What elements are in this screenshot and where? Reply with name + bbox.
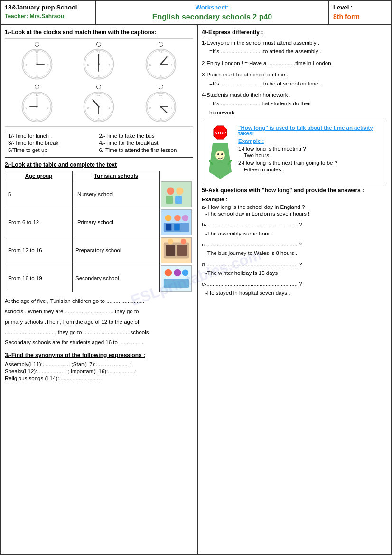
section2-title: 2/-Look at the table and complete the te… [5, 161, 193, 168]
age-5: 5 [5, 180, 73, 208]
svg-text:12: 12 [97, 50, 101, 54]
svg-point-8 [36, 63, 38, 65]
ask-q-c: c-......................................… [202, 240, 387, 249]
svg-text:6: 6 [98, 117, 100, 121]
img-primary [160, 208, 193, 236]
section5: 5/-Ask questions with "how long" and pro… [202, 187, 387, 297]
completion-line1: At the age of five , Tunisian children g… [5, 296, 193, 307]
clock-svg-2: 12 3 6 9 [82, 47, 115, 81]
school-prep: Preparatory school [73, 236, 160, 264]
section3: 3/-Find the synonyms of the following ex… [5, 352, 193, 381]
caption-6: 6/-Time to attend the first lesson [99, 147, 190, 153]
age-12-16: From 12 to 16 [5, 236, 73, 264]
school-nursery: -Nursery school [73, 180, 160, 208]
svg-text:3: 3 [171, 63, 173, 66]
svg-text:6: 6 [36, 75, 38, 78]
completion-line2: schools . When they are ................… [5, 307, 193, 317]
completion-line4: ................................ , they … [5, 328, 193, 338]
age-6-12: From 6 to 12 [5, 208, 73, 236]
express-a1: =It's ............................to att… [209, 47, 387, 56]
completion-line5: Secondary schools are for students aged … [5, 338, 193, 348]
radio-4[interactable] [35, 85, 39, 89]
svg-point-61 [174, 215, 181, 221]
header-right: Level : 8th form [329, 1, 391, 24]
svg-rect-76 [164, 278, 189, 287]
svg-point-56 [176, 187, 184, 195]
stop-sign-icon: STOP [213, 125, 228, 140]
svg-rect-65 [174, 223, 180, 230]
prep-image [161, 237, 192, 263]
svg-text:6: 6 [36, 117, 38, 121]
section4: 4/-Express differently : 1-Everyone in t… [202, 29, 387, 117]
svg-text:STOP: STOP [215, 131, 226, 135]
svg-rect-58 [175, 195, 182, 203]
age-16-19: From 16 to 19 [5, 264, 73, 292]
primary-image [161, 209, 192, 235]
right-column: 4/-Express differently : 1-Everyone in t… [198, 25, 391, 554]
completion-text: At the age of five , Tunisian children g… [5, 296, 193, 348]
express-item-1: 1-Everyone in the school must attend ass… [202, 38, 387, 56]
how-long-a1: -Two hours . [242, 152, 383, 158]
ask-item-d: d-......................................… [202, 260, 387, 278]
express-item-3: 3-Pupils must be at school on time . =It… [202, 70, 387, 88]
svg-text:12: 12 [36, 50, 39, 54]
radio-5[interactable] [96, 85, 101, 89]
completion-line3: primary schools .Then , from the age of … [5, 317, 193, 328]
level-label: Level : [333, 4, 387, 11]
svg-text:9: 9 [26, 106, 28, 109]
svg-point-26 [160, 63, 162, 65]
how-long-box: STOP [202, 121, 387, 183]
clock-3: 12 3 6 9 [131, 41, 191, 82]
how-long-example-label: Example : [238, 138, 383, 144]
express-q4: 4-Students must do their homework . [202, 91, 387, 99]
svg-text:6: 6 [160, 117, 162, 121]
img-nursery [160, 180, 193, 208]
how-long-a2: -Fifteen minutes . [242, 167, 383, 172]
svg-point-35 [36, 106, 38, 108]
section1-title: 1/-Look at the clocks and match them wit… [5, 29, 193, 36]
svg-text:12: 12 [159, 50, 162, 54]
svg-text:12: 12 [36, 93, 39, 96]
svg-text:12: 12 [159, 93, 162, 96]
clock-svg-4: 12 3 6 9 [20, 90, 54, 123]
how-long-title: "How long" is used to talk about the tim… [238, 125, 383, 136]
section5-example-a: -The school day in London is seven hours… [205, 211, 387, 216]
col-img [160, 171, 193, 180]
svg-rect-64 [166, 223, 172, 230]
worksheet-label: Worksheet: [100, 4, 325, 11]
col-age: Age group [5, 171, 73, 180]
express-item-4: 4-Students must do their homework . =It'… [202, 91, 387, 117]
svg-point-81 [217, 153, 219, 155]
svg-text:12: 12 [97, 93, 101, 96]
clock-2: 12 3 6 9 [69, 41, 129, 82]
express-q2: 2-Enjoy London ! = Have a ..............… [202, 59, 387, 67]
clock-svg-1: 12 3 6 9 [20, 47, 54, 81]
captions-box: 1/-Time for lunch . 2/-Time to take the … [5, 130, 193, 158]
character-area: STOP [206, 125, 234, 179]
svg-rect-68 [166, 245, 175, 256]
radio-6[interactable] [159, 85, 163, 89]
svg-text:3: 3 [109, 63, 111, 66]
radio-2[interactable] [96, 42, 101, 47]
svg-point-53 [160, 106, 162, 108]
svg-point-82 [221, 153, 223, 155]
express-item-2: 2-Enjoy London ! = Have a ..............… [202, 59, 387, 67]
ask-q-b: b-......................................… [202, 220, 387, 229]
svg-point-71 [181, 238, 187, 244]
main-content: 1/-Look at the clocks and match them wit… [1, 25, 391, 554]
secondary-image [161, 265, 192, 292]
svg-text:6: 6 [160, 75, 162, 78]
synonyms-line2: Speaks(L12):................... ; Import… [5, 368, 193, 374]
svg-point-60 [165, 215, 172, 221]
ask-item-b: b-......................................… [202, 220, 387, 238]
section5-title: 5/-Ask questions with "how long" and pro… [202, 187, 387, 194]
worksheet-title: English secondary schools 2 p40 [100, 13, 325, 21]
table-row: From 16 to 19 Secondary school [5, 264, 193, 292]
clock-1: 12 3 6 9 [7, 41, 67, 82]
radio-3[interactable] [159, 42, 163, 47]
synonyms-line1: Assembly(L11):.................. ;Start(… [5, 361, 193, 367]
radio-1[interactable] [35, 42, 39, 47]
school-primary: -Primary school [73, 208, 160, 236]
ask-a-b: -The assembly is one hour . [205, 229, 387, 238]
section5-example-label: Example : [202, 197, 387, 202]
